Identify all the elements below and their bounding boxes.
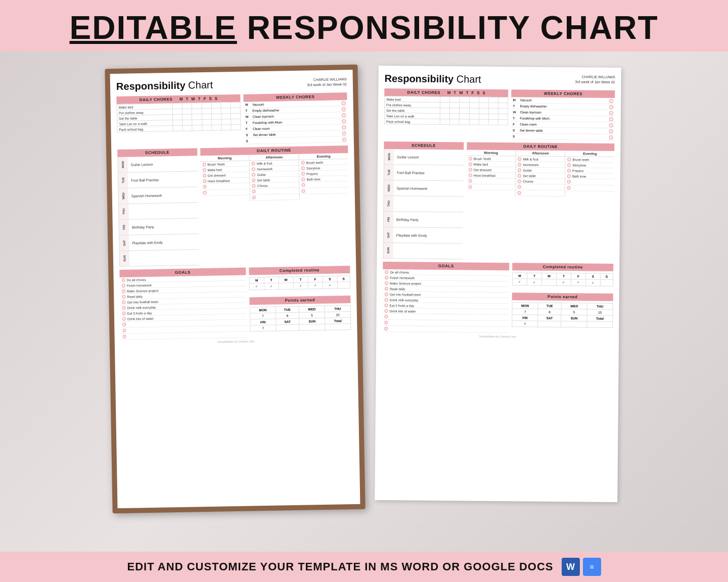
- middle-section: SCHEDULE MONGuitar LessonTUEFoot Ball Pr…: [117, 146, 350, 267]
- list-item: WEDSpanish Homework: [118, 187, 198, 204]
- footer: EDIT AND CUSTOMIZE YOUR TEMPLATE IN MS W…: [0, 552, 728, 582]
- chart-title-bold: Responsibility: [116, 80, 186, 92]
- daily-chores-box: DAILY CHORES M T W T F S S Make bedPut c…: [116, 94, 241, 147]
- bottom-section: GOALS Do all choresFinish homeworkMake S…: [119, 266, 351, 340]
- chart-title-light: Chart: [188, 79, 213, 91]
- afternoon-items: Milk & fruitHomeworkGuitarSet tableChore…: [250, 160, 299, 189]
- evening-items: Brush teethStorytimePrayersBath time: [299, 159, 349, 182]
- list-item: SATPlaydate with Emily: [119, 234, 199, 251]
- list-item: Have breakfast: [466, 172, 515, 178]
- completed-header: Completed routine: [249, 266, 350, 275]
- right-afternoon-items: Milk & fruitHomeworkGuitarSet tableChore…: [516, 156, 565, 184]
- right-evening-col: Evening Brush teethStorytimePrayersBath …: [565, 151, 615, 197]
- right-top-section: DAILY CHORES M T W T F S S Make bedPut c…: [384, 88, 615, 140]
- right-completed-points-box: Completed routine MTWTFSS ✓✓✓✓✓ Points e…: [512, 263, 613, 334]
- goals-list: Do all choresFinish homeworkMake Science…: [120, 275, 247, 322]
- points-table: MONTUEWEDTHU 78510 FRISATSUNTotal 7: [250, 305, 351, 331]
- gdocs-icon: ≡: [583, 558, 601, 576]
- points-header: Points earned: [249, 296, 350, 305]
- list-item: SUN: [383, 243, 463, 259]
- chart-right-title-row: Responsibility Chart CHARLIE WILLIAMS 3r…: [384, 73, 615, 86]
- list-item: Milk & fruit: [516, 156, 565, 162]
- chart-title-row: Responsibility Chart CHARLIE WILLIAMS 3r…: [116, 77, 347, 92]
- title-editable: EDITABLE: [69, 10, 237, 46]
- right-goals-list: Do all choresFinish homeworkMake Science…: [382, 269, 509, 315]
- afternoon-col: Afternoon Milk & fruitHomeworkGuitarSet …: [250, 154, 300, 201]
- footer-icons: W ≡: [562, 558, 601, 576]
- list-item: SUN: [119, 250, 199, 267]
- list-item: Prayers: [565, 168, 614, 174]
- right-daily-chores-table: Make bedPut clothes awaySet the tableTak…: [384, 96, 509, 125]
- right-weekly-chores-header: WEEKLY CHORES: [512, 89, 615, 98]
- weekly-chores-list: MVacuumTEmpty dishwasherWClean toyroomTF…: [244, 100, 348, 144]
- chart-right: Responsibility Chart CHARLIE WILLIAMS 3r…: [375, 66, 621, 502]
- morning-blank2: [201, 189, 250, 196]
- completed-points-box: Completed routine MTWTFSS ✓✓✓✓✓ Points e…: [249, 266, 351, 337]
- list-item: FRIBirthday Party: [383, 212, 463, 228]
- list-item: THU: [118, 203, 198, 220]
- right-weekly-chores-list: MVacuumTEmpty dishwasherWClean toyroomTF…: [511, 97, 615, 140]
- daily-routine-box: DAILY ROUTINE Morning Brush TeethMake be…: [200, 146, 350, 265]
- page-header: EDITABLE RESPONSIBILITY CHART: [0, 0, 728, 52]
- list-item: THU: [383, 196, 463, 212]
- weekly-chores-box: WEEKLY CHORES MVacuumTEmpty dishwasherWC…: [244, 92, 348, 144]
- right-afternoon-col: Afternoon Milk & fruitHomeworkGuitarSet …: [516, 150, 566, 197]
- right-week-info: 3rd week of Jan Week 02: [575, 79, 615, 84]
- right-evening-header: Evening: [565, 151, 614, 157]
- right-points-table: MONTUEWEDTHU 78510 FRISATSUNTotal 7: [512, 302, 613, 328]
- chart-user-info: CHARLIE WILLIAMS 3rd week of Jan Week 02: [307, 77, 347, 87]
- completed-table: MTWTFSS ✓✓✓✓✓: [249, 275, 350, 290]
- goals-box: GOALS Do all choresFinish homeworkMake S…: [119, 268, 247, 340]
- list-item: S: [244, 136, 348, 144]
- evening-blank2: [300, 187, 349, 195]
- list-item: Set table: [516, 173, 565, 179]
- right-daily-chores-box: DAILY CHORES M T W T F S S Make bedPut c…: [384, 88, 509, 139]
- right-points-header: Points earned: [512, 293, 613, 301]
- right-afternoon-header: Afternoon: [516, 150, 565, 157]
- chart-right-title-light: Chart: [457, 73, 481, 84]
- list-item: Bath time: [565, 173, 614, 179]
- list-item: WEDSpanish Homework: [384, 180, 464, 197]
- evening-col: Evening Brush teethStorytimePrayersBath …: [299, 153, 349, 200]
- right-goals-box: GOALS Do all choresFinish homeworkMake S…: [382, 262, 509, 333]
- chart-left-frame: Responsibility Chart CHARLIE WILLIAMS 3r…: [105, 65, 365, 514]
- right-morning-items: Brush TeethMake bedGet dressedHave break…: [466, 156, 515, 178]
- week-info: 3rd week of Jan Week 02: [307, 82, 347, 87]
- right-weekly-chores-box: WEEKLY CHORES MVacuumTEmpty dishwasherWC…: [511, 89, 615, 140]
- title-rest: RESPONSIBILITY CHART: [247, 10, 659, 46]
- right-schedule-rows: MONGuitar LessonTUEFoot Ball PractiseWED…: [383, 149, 463, 259]
- list-item: Get dressed: [466, 167, 515, 173]
- list-item: Chores: [516, 178, 565, 184]
- right-routine-cols: Morning Brush TeethMake bedGet dressedHa…: [466, 150, 614, 197]
- main-title: EDITABLE RESPONSIBILITY CHART: [10, 9, 718, 46]
- right-middle-section: SCHEDULE MONGuitar LessonTUEFoot Ball Pr…: [383, 141, 614, 261]
- list-item: Storytime: [565, 162, 614, 168]
- right-schedule-box: SCHEDULE MONGuitar LessonTUEFoot Ball Pr…: [383, 141, 464, 259]
- routine-cols: Morning Brush TeethMake bedGet dressedHa…: [200, 153, 349, 202]
- right-schedule-header: SCHEDULE: [384, 141, 464, 150]
- chart-right-title-bold: Responsibility: [384, 73, 453, 84]
- list-item: Homework: [516, 162, 565, 168]
- list-item: MONGuitar Lesson: [384, 149, 464, 165]
- footer-text: EDIT AND CUSTOMIZE YOUR TEMPLATE IN MS W…: [127, 560, 553, 573]
- list-item: FRIBirthday Party: [119, 218, 199, 235]
- daily-chores-table: Make bedPut clothes awaySet the tableTak…: [117, 102, 241, 132]
- top-section: DAILY CHORES M T W T F S S Make bedPut c…: [116, 92, 348, 147]
- word-icon: W: [562, 558, 580, 576]
- list-item: SATPlaydate with Emily: [383, 227, 463, 244]
- list-item: TUEFoot Ball Practise: [118, 171, 198, 188]
- main-area: Responsibility Chart CHARLIE WILLIAMS 3r…: [0, 52, 728, 552]
- list-item: S: [511, 133, 615, 140]
- schedule-rows: MONGuitar LessonTUEFoot Ball PractiseWED…: [117, 156, 199, 267]
- right-morning-col: Morning Brush TeethMake bedGet dressedHa…: [466, 150, 516, 196]
- afternoon-blank2: [250, 194, 299, 201]
- right-morning-header: Morning: [467, 150, 516, 156]
- right-bottom-section: GOALS Do all choresFinish homeworkMake S…: [382, 262, 613, 334]
- list-item: Brush Teeth: [467, 156, 516, 162]
- chart-right-title: Responsibility Chart: [384, 73, 481, 85]
- chart-title: Responsibility Chart: [116, 79, 213, 92]
- right-evening-items: Brush teethStorytimePrayersBath time: [565, 157, 614, 179]
- right-completed-header: Completed routine: [512, 263, 613, 271]
- morning-col: Morning Brush TeethMake bedGet dressedHa…: [200, 155, 250, 202]
- morning-items: Brush TeethMake bedGet dressedHave break…: [200, 161, 250, 184]
